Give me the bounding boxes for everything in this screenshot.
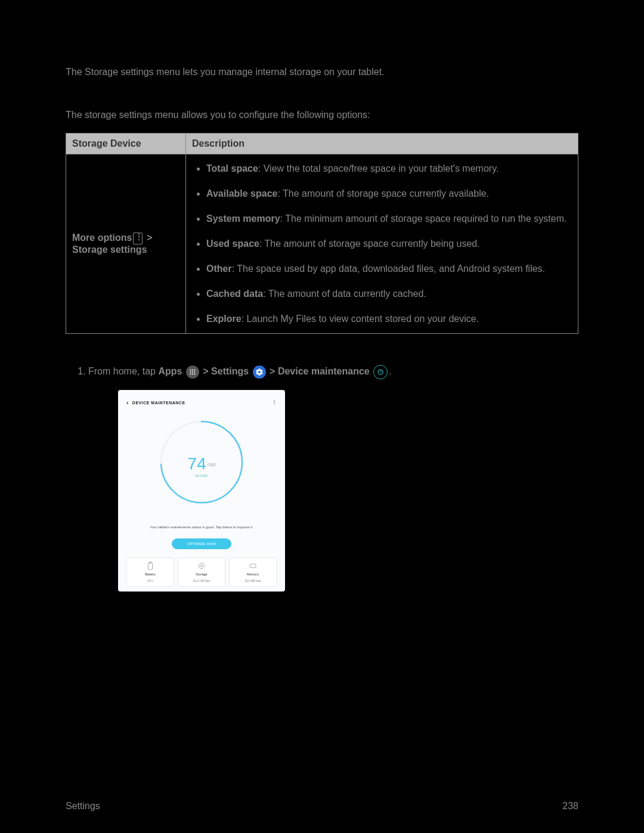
list-item: Total space: View the total space/free s… — [206, 162, 572, 176]
apps-icon — [186, 366, 199, 379]
svg-point-8 — [194, 373, 195, 374]
intro-text: The Storage settings menu lets you manag… — [66, 66, 578, 79]
list-item: System memory: The minimum amount of sto… — [206, 212, 572, 226]
page-footer: Settings 238 — [66, 801, 578, 812]
storage-icon — [197, 562, 206, 570]
battery-icon — [146, 562, 154, 570]
optimize-now-button[interactable]: OPTIMIZE NOW — [172, 538, 231, 549]
memory-card[interactable]: Memory 521 MB free — [229, 558, 277, 587]
list-item: Explore: Launch My Files to view content… — [206, 312, 572, 326]
score-circle: 74/100 GOOD! — [157, 417, 246, 507]
svg-point-5 — [194, 371, 195, 372]
access-steps: From home, tap Apps > Settings > Device … — [66, 364, 578, 592]
footer-page-number: 238 — [562, 801, 578, 812]
table-header-row: Storage Device Description — [66, 133, 578, 154]
screenshot-header: ‹ DEVICE MAINTENANCE ⋮ — [126, 398, 277, 408]
svg-point-7 — [192, 373, 193, 374]
storage-table: Storage Device Description More options … — [66, 133, 578, 334]
svg-point-3 — [190, 371, 191, 372]
score-circle-wrap: 74/100 GOOD! — [126, 417, 277, 507]
screenshot-more-icon: ⋮ — [272, 399, 277, 407]
table-cell-description: Total space: View the total space/free s… — [186, 154, 578, 333]
table-row: More options > Storage settings Total sp… — [66, 154, 578, 333]
svg-point-15 — [199, 563, 205, 569]
svg-point-0 — [190, 369, 191, 370]
battery-card[interactable]: Battery 50 h — [126, 558, 174, 587]
device-maintenance-icon — [373, 365, 388, 379]
svg-rect-14 — [150, 562, 151, 563]
footer-section: Settings — [66, 801, 100, 812]
sub-intro-text: The storage settings menu allows you to … — [66, 109, 578, 122]
access-step-1: From home, tap Apps > Settings > Device … — [88, 364, 578, 592]
svg-point-6 — [190, 373, 191, 374]
screenshot-cards: Battery 50 h Storage 22.4 GB free — [126, 558, 277, 587]
table-header-description: Description — [186, 133, 578, 154]
description-list: Total space: View the total space/free s… — [192, 162, 572, 326]
screenshot-desc: Your tablet's maintenance status is good… — [126, 525, 277, 531]
svg-point-1 — [192, 369, 193, 370]
table-header-device: Storage Device — [66, 133, 186, 154]
device-maintenance-screenshot: ‹ DEVICE MAINTENANCE ⋮ 74/100 GOOD! — [118, 390, 285, 592]
list-item: Cached data: The amount of data currentl… — [206, 287, 572, 301]
list-item: Available space: The amount of storage s… — [206, 187, 572, 201]
svg-rect-13 — [148, 563, 153, 569]
list-item: Used space: The amount of storage space … — [206, 237, 572, 251]
more-options-icon — [133, 233, 143, 244]
svg-point-2 — [194, 369, 195, 370]
svg-point-4 — [192, 371, 193, 372]
storage-card[interactable]: Storage 22.4 GB free — [178, 558, 225, 587]
svg-rect-17 — [250, 564, 256, 568]
back-icon: ‹ — [126, 398, 129, 408]
list-item: Other: The space used by app data, downl… — [206, 262, 572, 276]
table-cell-device: More options > Storage settings — [66, 154, 186, 333]
settings-icon — [253, 366, 266, 379]
score-rating: GOOD! — [157, 473, 246, 479]
svg-point-16 — [201, 565, 203, 567]
memory-icon — [249, 562, 257, 570]
screenshot-title: DEVICE MAINTENANCE — [132, 400, 185, 406]
